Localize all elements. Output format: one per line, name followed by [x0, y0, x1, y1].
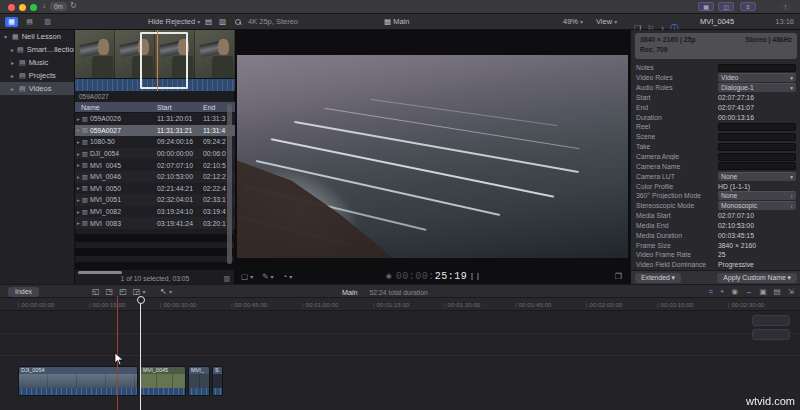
- timeline-playhead[interactable]: [140, 296, 141, 410]
- lane-control-button[interactable]: [752, 329, 790, 340]
- extended-view-button[interactable]: Extended ▾: [635, 273, 681, 283]
- inspector-row-value[interactable]: 3840 × 2160: [718, 242, 796, 249]
- inspector-row-value[interactable]: [718, 143, 796, 151]
- clip-list-row[interactable]: ▸ ▥ MVI_0082 03:19:24:10 03:19:4: [75, 206, 235, 218]
- inspector-row-value[interactable]: HD (1-1-1): [718, 183, 796, 190]
- clip-list-header[interactable]: Name Start End: [75, 102, 235, 113]
- disclosure-icon[interactable]: ▸: [77, 197, 80, 203]
- connect-edit-icon[interactable]: ◱: [92, 287, 100, 296]
- sync-icon[interactable]: ↻: [70, 1, 77, 10]
- inspector-row-value[interactable]: [718, 123, 796, 131]
- inspector-row-value[interactable]: None: [718, 191, 796, 200]
- inspector-row-value[interactable]: [718, 64, 796, 72]
- timeline-clip[interactable]: MVI_0045: [140, 366, 186, 396]
- insert-edit-icon[interactable]: ◳: [106, 287, 114, 296]
- timecode-display[interactable]: 00:00:25:19: [396, 271, 468, 282]
- timeline-toggle-button[interactable]: ◫: [718, 2, 734, 11]
- overwrite-edit-icon[interactable]: ◲ ▾: [133, 287, 146, 296]
- append-edit-icon[interactable]: ◰: [119, 287, 127, 296]
- fullscreen-icon[interactable]: ❐: [615, 272, 622, 281]
- timeline-toggle-icon[interactable]: →: [745, 287, 753, 296]
- inspector-row-value[interactable]: 02:07:27:16: [718, 94, 796, 101]
- background-tasks-badge[interactable]: 0m: [50, 2, 67, 11]
- inspector-row-value[interactable]: 02:07:41:07: [718, 104, 796, 111]
- titles-generators-tab-icon[interactable]: ▥: [41, 17, 54, 27]
- clip-list-row[interactable]: ▸ ▥ 059A0026 11:31:20:01 11:31:3: [75, 113, 235, 125]
- sidebar-item[interactable]: ▸ ▤ Projects: [0, 69, 74, 82]
- disclosure-icon[interactable]: ▸: [11, 46, 14, 53]
- browser-horizontal-scrollbar[interactable]: [78, 271, 122, 274]
- timeline-clip[interactable]: S: [212, 366, 223, 396]
- import-media-icon[interactable]: ↓: [42, 1, 46, 10]
- inspector-toggle-button[interactable]: ≡: [740, 2, 756, 11]
- timeline-ruler[interactable]: |00:00:00:00 |00:00:15:00 |00:00:30:00 |…: [0, 298, 800, 311]
- list-view-toggle-icon[interactable]: ▥: [223, 275, 230, 283]
- disclosure-icon[interactable]: ▸: [77, 220, 80, 226]
- inspector-row-value[interactable]: [718, 153, 796, 161]
- zoom-window-button[interactable]: [30, 4, 37, 11]
- clip-list-row[interactable]: ▸ ▥ 059A0027 11:31:31:21 11:31:4: [75, 125, 235, 137]
- clip-list-row[interactable]: ▸ ▥ MVI_0045 02:07:07:10 02:10:5: [75, 159, 235, 171]
- browser-vertical-scrollbar[interactable]: [227, 104, 232, 264]
- minimize-window-button[interactable]: [19, 4, 26, 11]
- disclosure-icon[interactable]: ▸: [77, 185, 80, 191]
- clip-list-row[interactable]: ▸ ▥ MVI_0046 02:10:53:00 02:12:2: [75, 171, 235, 183]
- disclosure-icon[interactable]: ▸: [11, 85, 16, 92]
- timeline-clip[interactable]: MVI_: [188, 366, 210, 396]
- clip-list-row[interactable]: ▸ ▥ MVI_0051 02:32:04:01 02:33:1: [75, 194, 235, 206]
- inspector-row-value[interactable]: Progressive: [718, 261, 796, 268]
- sidebar-item[interactable]: ▸ ▤ Smart…llections: [0, 43, 74, 56]
- disclosure-icon[interactable]: ▸: [77, 127, 80, 133]
- disclosure-icon[interactable]: ▾: [4, 33, 9, 40]
- viewer-view-popup[interactable]: View ▾: [596, 17, 617, 26]
- tool-selector[interactable]: ↖ ▾: [160, 287, 172, 296]
- clip-list-row[interactable]: ▸ ▥ 1080-50 09:24:00:16 09:24:2: [75, 136, 235, 148]
- inspector-row-value[interactable]: Video: [718, 73, 796, 82]
- sidebar-item[interactable]: ▸ ▤ Videos: [0, 82, 74, 95]
- timeline-project-name[interactable]: Main: [342, 288, 358, 297]
- browser-view-icon[interactable]: ▤: [205, 17, 212, 26]
- timeline-toggle-icon[interactable]: ◉: [731, 287, 738, 296]
- sidebar-item[interactable]: ▾ ▦ Neil Lesson: [0, 30, 74, 43]
- project-indicator[interactable]: ▦ Main: [384, 17, 409, 26]
- clip-list-row[interactable]: ▸ ▥ MVI_0083 03:19:41:24 03:20:1: [75, 217, 235, 229]
- inspector-row-value[interactable]: 25: [718, 251, 796, 258]
- video-frame[interactable]: [237, 55, 628, 258]
- inspector-row-value[interactable]: Dialogue-1: [718, 83, 796, 92]
- inspector-row-value[interactable]: None: [718, 172, 796, 181]
- inspector-row-value[interactable]: 00:00:13:16: [718, 114, 796, 121]
- viewer-zoom-popup[interactable]: 49% ▾: [563, 17, 583, 26]
- column-name[interactable]: Name: [75, 104, 157, 111]
- inspector-row-value[interactable]: [718, 162, 796, 170]
- timeline-toggle-icon[interactable]: =: [709, 287, 713, 296]
- clip-appearance-icon[interactable]: ▥: [219, 17, 226, 26]
- share-button[interactable]: ↑: [779, 2, 792, 11]
- column-start[interactable]: Start: [157, 104, 203, 111]
- browser-toggle-button[interactable]: ▦: [698, 2, 714, 11]
- timeline-toggle-icon[interactable]: ▤: [774, 287, 781, 296]
- disclosure-icon[interactable]: ▸: [77, 174, 80, 180]
- libraries-tab-icon[interactable]: ▦: [5, 17, 18, 27]
- disclosure-icon[interactable]: ▸: [77, 139, 80, 145]
- sidebar-item[interactable]: ▸ ▤ Music: [0, 56, 74, 69]
- disclosure-icon[interactable]: ▸: [11, 72, 16, 79]
- timeline-toggle-icon[interactable]: +: [720, 287, 724, 296]
- timeline-toggle-icon[interactable]: ▣: [760, 287, 767, 296]
- filter-popup[interactable]: Hide Rejected ▾: [148, 17, 200, 26]
- close-window-button[interactable]: [8, 4, 15, 11]
- disclosure-icon[interactable]: ▸: [77, 151, 80, 157]
- inspector-row-value[interactable]: 02:07:07:10: [718, 212, 796, 219]
- timeline-toggle-icon[interactable]: ⇲: [788, 287, 794, 296]
- inspector-row-value[interactable]: 02:10:53:00: [718, 222, 796, 229]
- disclosure-icon[interactable]: ▸: [77, 162, 80, 168]
- disclosure-icon[interactable]: ▸: [11, 59, 16, 66]
- inspector-row-value[interactable]: Monoscopic: [718, 201, 796, 210]
- disclosure-icon[interactable]: ▸: [77, 209, 80, 215]
- clip-list-row[interactable]: ▸ ▥ MVI_0050 02:21:44:21 02:22:4: [75, 183, 235, 195]
- apply-custom-name-button[interactable]: Apply Custom Name ▾: [717, 273, 797, 283]
- timeline-clip[interactable]: DJI_0054: [18, 366, 138, 396]
- photos-audio-tab-icon[interactable]: ▤: [23, 17, 36, 27]
- lane-control-button[interactable]: [752, 315, 790, 326]
- search-icon[interactable]: [235, 19, 242, 26]
- inspector-row-value[interactable]: 00:03:45:15: [718, 232, 796, 239]
